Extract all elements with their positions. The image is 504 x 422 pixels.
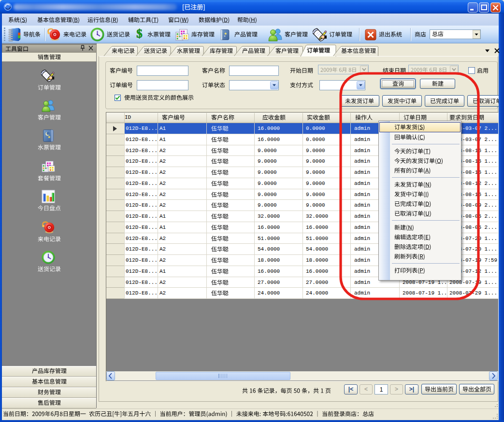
svg-text:$: $	[136, 28, 143, 40]
